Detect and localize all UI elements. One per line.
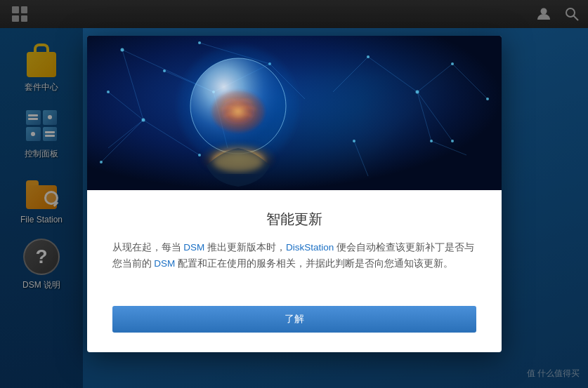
dsm-highlight-1: DSM [183, 242, 204, 253]
svg-point-37 [451, 140, 454, 142]
modal-body: 智能更新 从现在起，每当 DSM 推出更新版本时，DiskStation 便会自… [87, 190, 502, 306]
svg-point-33 [415, 91, 419, 94]
diskstation-highlight: DiskStation [286, 242, 334, 253]
dsm-highlight-2: DSM [154, 258, 175, 269]
modal-header-image [87, 36, 502, 190]
svg-point-35 [486, 98, 489, 100]
svg-point-30 [198, 41, 201, 44]
svg-point-28 [163, 69, 166, 72]
svg-point-34 [451, 62, 454, 65]
svg-point-27 [107, 91, 110, 93]
modal-text: 从现在起，每当 DSM 推出更新版本时，DiskStation 便会自动检查该更… [112, 240, 476, 272]
modal-title: 智能更新 [112, 210, 476, 229]
network-svg [87, 36, 502, 190]
svg-point-23 [120, 48, 124, 52]
ok-button[interactable]: 了解 [112, 306, 476, 333]
modal-dialog: 智能更新 从现在起，每当 DSM 推出更新版本时，DiskStation 便会自… [87, 36, 502, 352]
svg-point-32 [367, 55, 370, 58]
svg-point-36 [430, 140, 433, 142]
svg-point-43 [211, 91, 265, 133]
modal-footer: 了解 [87, 306, 502, 352]
svg-point-38 [353, 140, 355, 142]
svg-point-25 [141, 119, 145, 122]
modal-overlay: 智能更新 从现在起，每当 DSM 推出更新版本时，DiskStation 便会自… [0, 0, 588, 388]
svg-point-31 [100, 161, 103, 163]
